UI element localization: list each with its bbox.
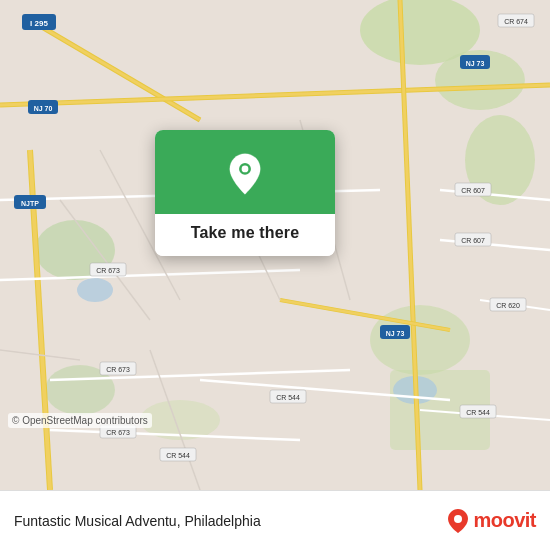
popup-tail	[235, 255, 255, 256]
map-area: I 295 NJ 70 NJ 73 NJ 73 NJTP CR 673 CR 6…	[0, 0, 550, 490]
take-me-there-button[interactable]: Take me there	[191, 224, 300, 242]
svg-text:NJ 73: NJ 73	[386, 330, 405, 337]
svg-point-9	[77, 278, 113, 302]
location-pin-icon	[223, 152, 267, 196]
svg-text:I 295: I 295	[30, 19, 48, 28]
osm-attribution: © OpenStreetMap contributors	[8, 413, 152, 428]
moovit-logo: moovit	[447, 508, 536, 534]
svg-point-5	[370, 305, 470, 375]
svg-point-69	[242, 166, 249, 173]
moovit-brand-text: moovit	[473, 509, 536, 532]
svg-text:CR 673: CR 673	[106, 429, 130, 436]
svg-text:CR 607: CR 607	[461, 237, 485, 244]
svg-text:CR 544: CR 544	[166, 452, 190, 459]
popup-card: Take me there	[155, 130, 335, 256]
moovit-pin-icon	[447, 508, 469, 534]
svg-text:CR 544: CR 544	[466, 409, 490, 416]
svg-text:CR 620: CR 620	[496, 302, 520, 309]
svg-text:NJ 70: NJ 70	[34, 105, 53, 112]
svg-text:CR 544: CR 544	[276, 394, 300, 401]
bottom-bar: Funtastic Musical Adventu, Philadelphia …	[0, 490, 550, 550]
svg-text:CR 674: CR 674	[504, 18, 528, 25]
svg-text:CR 673: CR 673	[96, 267, 120, 274]
svg-point-70	[454, 515, 462, 523]
popup-header	[155, 130, 335, 214]
svg-text:CR 607: CR 607	[461, 187, 485, 194]
destination-label: Funtastic Musical Adventu, Philadelphia	[14, 513, 261, 529]
popup-body: Take me there	[155, 214, 335, 256]
svg-text:CR 673: CR 673	[106, 366, 130, 373]
svg-text:NJTP: NJTP	[21, 200, 39, 207]
svg-text:NJ 73: NJ 73	[466, 60, 485, 67]
